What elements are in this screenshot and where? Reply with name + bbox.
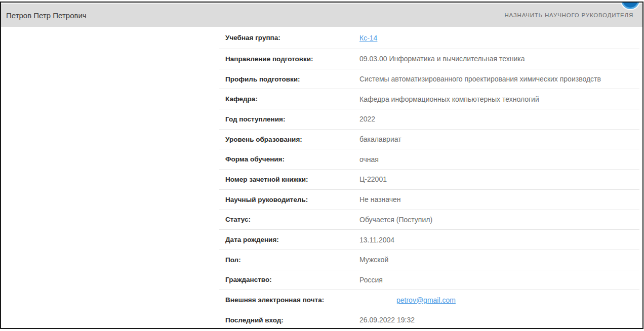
field-label: Профиль подготовки: <box>219 75 359 83</box>
field-value: 09.03.00 Информатика и вычислительная те… <box>359 55 639 63</box>
table-row: Статус:Обучается (Поступил) <box>219 210 639 230</box>
email-link[interactable]: petrov@gmail.com <box>396 296 456 304</box>
study-group-link[interactable]: Кс-14 <box>359 34 377 42</box>
field-label: Статус: <box>219 216 359 223</box>
field-value: 13.11.2004 <box>359 236 639 244</box>
page-title: Петров Петр Петрович <box>6 11 87 20</box>
field-value: 2022 <box>359 115 639 123</box>
table-row: Последний вход:26.09.2022 19:32 <box>219 310 639 329</box>
field-value: Системы автоматизированного проектирован… <box>359 75 639 83</box>
table-row: Пол:Мужской <box>219 250 639 270</box>
field-value: Не назначен <box>359 195 639 203</box>
table-row: Номер зачетной книжки:Ц-22001 <box>219 170 639 190</box>
field-label: Уровень образования: <box>219 136 359 143</box>
assign-supervisor-button[interactable]: НАЗНАЧИТЬ НАУЧНОГО РУКОВОДИТЕЛЯ <box>503 10 634 20</box>
table-row: Уровень образования:бакалавриат <box>219 130 639 150</box>
field-value: Ц-22001 <box>359 175 639 183</box>
profile-table: Учебная группа:Кс-14Направление подготов… <box>219 27 639 329</box>
field-value: бакалавриат <box>359 135 639 143</box>
field-label: Внешняя электронная почта: <box>219 296 359 304</box>
field-value: Обучается (Поступил) <box>359 216 639 224</box>
field-value: Мужской <box>359 256 639 264</box>
field-label: Номер зачетной книжки: <box>219 176 359 183</box>
window-frame: Петров Петр Петрович НАЗНАЧИТЬ НАУЧНОГО … <box>0 2 643 329</box>
field-value: Кафедра информационных компьютерных техн… <box>359 95 639 103</box>
field-label: Дата рождения: <box>219 236 359 243</box>
field-value: petrov@gmail.com <box>359 296 639 304</box>
table-row: Профиль подготовки:Системы автоматизиров… <box>219 69 639 90</box>
field-value: очная <box>359 155 639 163</box>
field-label: Форма обучения: <box>219 155 359 163</box>
table-row: Гражданство:Россия <box>219 270 639 291</box>
table-row: Направление подготовки:09.03.00 Информат… <box>219 49 639 69</box>
field-value: Кс-14 <box>359 34 639 42</box>
field-label: Последний вход: <box>219 316 359 324</box>
table-row: Форма обучения:очная <box>219 149 639 170</box>
field-label: Научный руководитель: <box>219 196 359 203</box>
table-row: Учебная группа:Кс-14 <box>219 27 639 49</box>
circle-action-icon[interactable] <box>621 2 639 9</box>
page-header: Петров Петр Петрович НАЗНАЧИТЬ НАУЧНОГО … <box>1 4 642 27</box>
table-row: Год поступления:2022 <box>219 109 639 130</box>
table-row: Внешняя электронная почта:petrov@gmail.c… <box>219 290 639 310</box>
table-row: Дата рождения:13.11.2004 <box>219 230 639 250</box>
field-label: Учебная группа: <box>219 34 359 42</box>
field-value: Россия <box>359 276 639 284</box>
field-label: Гражданство: <box>219 276 359 283</box>
field-label: Направление подготовки: <box>219 55 359 63</box>
table-row: Научный руководитель:Не назначен <box>219 190 639 210</box>
field-label: Кафедра: <box>219 95 359 103</box>
field-label: Год поступления: <box>219 115 359 123</box>
field-value: 26.09.2022 19:32 <box>359 316 639 324</box>
table-row: Кафедра:Кафедра информационных компьютер… <box>219 89 639 109</box>
field-label: Пол: <box>219 256 359 264</box>
